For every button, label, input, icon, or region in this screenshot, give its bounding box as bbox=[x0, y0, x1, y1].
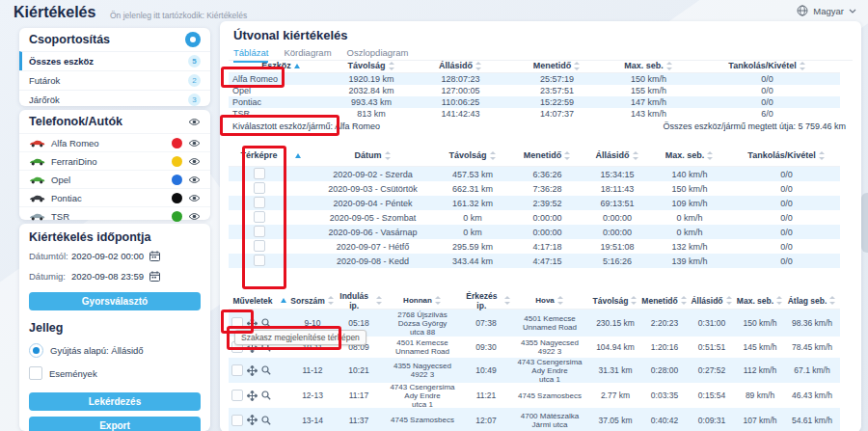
sort-header-menetido[interactable]: Menetidő bbox=[641, 296, 688, 306]
summary-row-alfa-romeo[interactable]: Alfa Romeo 1920.19 km 128:07:23 25:57:19… bbox=[229, 73, 840, 85]
date-to-label: Dátumig: bbox=[29, 271, 71, 282]
sort-header-datum[interactable]: Dátum bbox=[307, 150, 439, 160]
sort-column[interactable] bbox=[277, 298, 290, 303]
eye-icon[interactable] bbox=[188, 194, 201, 202]
segment-checkbox[interactable] bbox=[231, 317, 243, 329]
vehicle-row-tsr[interactable]: TSR bbox=[19, 206, 210, 225]
sort-header-sorszam[interactable]: Sorszám bbox=[290, 296, 335, 306]
value-cell: 12-13 bbox=[290, 391, 335, 400]
value-cell: 110:06:25 bbox=[410, 97, 511, 107]
group-item-jarorok[interactable]: Járőrök 3 bbox=[19, 90, 210, 109]
eye-icon[interactable] bbox=[188, 118, 201, 126]
sort-header-erkezes[interactable]: Érkezés ip. bbox=[462, 291, 510, 310]
map-checkbox[interactable] bbox=[254, 168, 265, 179]
value-cell: 2:20:23 bbox=[641, 318, 688, 328]
value-cell: 662.31 km bbox=[439, 184, 506, 194]
value-cell: 25:57:19 bbox=[511, 74, 603, 84]
map-checkbox[interactable] bbox=[254, 182, 265, 194]
summary-row-pontiac[interactable]: Pontiac 993.43 km 110:06:25 15:22:59 147… bbox=[229, 96, 840, 108]
sort-header-eszkoz[interactable]: Eszköz bbox=[229, 61, 333, 70]
value-cell: 0/0 bbox=[733, 228, 840, 237]
value-cell: 230.15 km bbox=[589, 318, 641, 328]
sort-header-allasido[interactable]: Állásidő bbox=[588, 150, 646, 160]
map-checkbox[interactable] bbox=[254, 240, 265, 252]
header-label: Állásidő bbox=[691, 296, 722, 306]
page-title: Kiértékelés bbox=[14, 4, 95, 21]
export-button[interactable]: Export bbox=[29, 417, 201, 431]
sort-header-menetido[interactable]: Menetidő bbox=[511, 61, 603, 70]
sort-icon bbox=[557, 296, 564, 305]
magnifier-icon[interactable] bbox=[261, 365, 271, 375]
move-icon[interactable] bbox=[247, 365, 258, 376]
calendar-icon[interactable] bbox=[149, 251, 160, 261]
address-cell: 4355 Nagyecsed 4922 3 bbox=[383, 362, 462, 379]
group-item-futarok[interactable]: Futárok 2 bbox=[19, 70, 210, 90]
eye-icon[interactable] bbox=[188, 157, 201, 166]
value-cell: 4:17:18 bbox=[506, 242, 588, 252]
sort-column[interactable] bbox=[289, 153, 307, 158]
sort-header-atlag-seb[interactable]: Átlag seb. bbox=[784, 296, 840, 306]
panel-toggle-button[interactable] bbox=[185, 32, 201, 47]
sort-header-honnan[interactable]: Honnan bbox=[383, 296, 462, 305]
value-cell: 107 km/h bbox=[736, 416, 784, 425]
vehicle-row-ferraridino[interactable]: FerrariDino bbox=[19, 151, 210, 170]
date-from-input[interactable]: 2020-09-02 00:00 bbox=[71, 251, 144, 261]
value-cell: 1920.19 km bbox=[333, 74, 410, 84]
magnifier-icon[interactable] bbox=[261, 416, 271, 425]
sort-header-max-seb[interactable]: Max. seb. bbox=[736, 296, 784, 306]
map-checkbox[interactable] bbox=[254, 211, 265, 223]
eye-icon[interactable] bbox=[188, 212, 201, 221]
sort-header-indulas[interactable]: Indulás ip. bbox=[335, 291, 383, 310]
header-label: Állásidő bbox=[595, 150, 629, 160]
events-checkbox[interactable] bbox=[29, 366, 42, 380]
radio-button[interactable] bbox=[29, 343, 43, 358]
sort-header-tavolsag[interactable]: Távolság bbox=[439, 150, 506, 160]
value-cell: 161.32 km bbox=[439, 199, 506, 208]
vehicle-row-pontiac[interactable]: Pontiac bbox=[19, 188, 210, 206]
sort-header-menetido[interactable]: Menetidő bbox=[506, 150, 588, 160]
summary-table-header: Eszköz Távolság Állásidő Menetidő Max. s… bbox=[229, 59, 840, 73]
sort-header-tankolas[interactable]: Tankolás/Kivétel bbox=[694, 61, 840, 70]
segment-checkbox[interactable] bbox=[231, 415, 243, 426]
value-cell: 1:20:16 bbox=[641, 342, 688, 352]
segment-checkbox[interactable] bbox=[231, 364, 243, 376]
map-checkbox[interactable] bbox=[254, 197, 265, 208]
header-label: Menetidő bbox=[641, 296, 677, 306]
move-icon[interactable] bbox=[247, 391, 258, 401]
sort-header-max-seb[interactable]: Max. seb. bbox=[603, 61, 694, 70]
calendar-icon[interactable] bbox=[149, 271, 160, 282]
vehicle-row-alfa-romeo[interactable]: Alfa Romeo bbox=[19, 133, 210, 151]
sort-header-hova[interactable]: Hova bbox=[510, 296, 589, 305]
eye-icon[interactable] bbox=[188, 139, 201, 148]
sort-header-max-seb[interactable]: Max. seb. bbox=[646, 150, 733, 160]
map-checkbox[interactable] bbox=[254, 255, 265, 266]
move-icon[interactable] bbox=[247, 318, 258, 329]
summary-row-opel[interactable]: Opel 2032.84 km 127:00:05 23:57:51 155 k… bbox=[229, 85, 840, 96]
sort-header-tavolsag[interactable]: Távolság bbox=[333, 61, 410, 70]
count-badge: 3 bbox=[188, 94, 201, 106]
query-button[interactable]: Lekérdezés bbox=[29, 392, 201, 411]
map-checkbox[interactable] bbox=[254, 226, 265, 237]
value-cell: 11:37 bbox=[335, 416, 383, 425]
car-icon bbox=[29, 139, 45, 148]
language-selector[interactable]: Magyar bbox=[797, 5, 856, 16]
sort-asc-icon bbox=[295, 153, 301, 158]
magnifier-icon[interactable] bbox=[261, 318, 271, 328]
date-to-input[interactable]: 2020-09-08 23:59 bbox=[71, 271, 144, 282]
daily-row: 2020-09-07 - Hétfő 295.59 km 4:17:18 19:… bbox=[229, 239, 840, 254]
eye-icon[interactable] bbox=[188, 175, 201, 184]
sort-header-tavolsag[interactable]: Távolság bbox=[589, 296, 641, 306]
quick-select-button[interactable]: Gyorsválasztó bbox=[29, 292, 201, 310]
group-item-osszes-eszkoz[interactable]: Összes eszköz 5 bbox=[19, 51, 210, 70]
sort-header-allasido[interactable]: Állásidő bbox=[688, 296, 736, 306]
magnifier-icon[interactable] bbox=[261, 391, 271, 400]
value-cell: 0/0 bbox=[733, 199, 840, 208]
sort-header-tankolas[interactable]: Tankolás/Kivétel bbox=[733, 150, 840, 160]
segment-checkbox[interactable] bbox=[231, 390, 243, 401]
move-icon[interactable] bbox=[247, 415, 258, 425]
value-cell: 10:49 bbox=[462, 365, 510, 375]
summary-row-tsr[interactable]: TSR 813 km 141:42:43 14:07:37 143 km/h 6… bbox=[229, 108, 840, 120]
vehicle-row-opel[interactable]: Opel bbox=[19, 170, 210, 188]
device-cell: Alfa Romeo bbox=[229, 74, 333, 84]
sort-header-allasido[interactable]: Állásidő bbox=[410, 61, 511, 70]
